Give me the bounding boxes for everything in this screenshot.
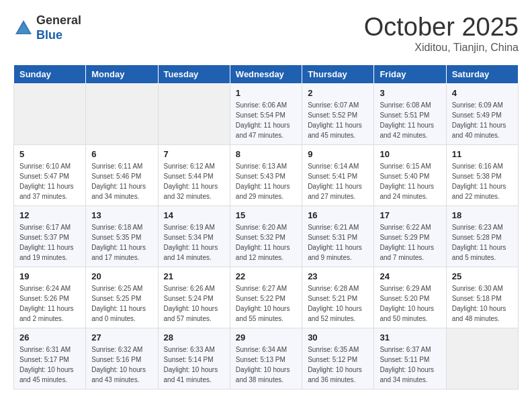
calendar-cell: 31Sunrise: 6:37 AM Sunset: 5:11 PM Dayli… [374, 328, 446, 389]
day-info: Sunrise: 6:07 AM Sunset: 5:52 PM Dayligh… [308, 100, 368, 140]
day-number: 5 [19, 149, 80, 159]
calendar-cell: 15Sunrise: 6:20 AM Sunset: 5:32 PM Dayli… [230, 205, 302, 267]
day-info: Sunrise: 6:29 AM Sunset: 5:20 PM Dayligh… [380, 283, 440, 324]
weekday-header-monday: Monday [86, 64, 158, 83]
logo: General Blue [13, 13, 81, 42]
day-number: 19 [19, 271, 80, 281]
day-info: Sunrise: 6:22 AM Sunset: 5:29 PM Dayligh… [380, 222, 440, 263]
day-info: Sunrise: 6:19 AM Sunset: 5:34 PM Dayligh… [164, 222, 224, 263]
title-block: October 2025 Xiditou, Tianjin, China [364, 13, 519, 54]
calendar-header: SundayMondayTuesdayWednesdayThursdayFrid… [14, 64, 519, 83]
day-number: 26 [19, 332, 80, 342]
day-info: Sunrise: 6:26 AM Sunset: 5:24 PM Dayligh… [164, 283, 224, 324]
day-number: 17 [380, 210, 440, 220]
calendar-body: 1Sunrise: 6:06 AM Sunset: 5:54 PM Daylig… [14, 83, 519, 389]
calendar-cell: 14Sunrise: 6:19 AM Sunset: 5:34 PM Dayli… [158, 205, 230, 267]
day-info: Sunrise: 6:33 AM Sunset: 5:14 PM Dayligh… [164, 345, 224, 385]
day-info: Sunrise: 6:31 AM Sunset: 5:17 PM Dayligh… [19, 345, 80, 385]
week-row-1: 1Sunrise: 6:06 AM Sunset: 5:54 PM Daylig… [14, 83, 519, 144]
day-number: 6 [91, 149, 152, 159]
weekday-row: SundayMondayTuesdayWednesdayThursdayFrid… [14, 64, 519, 83]
calendar-cell: 25Sunrise: 6:30 AM Sunset: 5:18 PM Dayli… [446, 267, 518, 328]
logo-blue: Blue [36, 28, 62, 42]
day-number: 3 [380, 88, 440, 98]
weekday-header-thursday: Thursday [302, 64, 374, 83]
weekday-header-friday: Friday [374, 64, 446, 83]
day-number: 13 [91, 210, 152, 220]
calendar-cell: 23Sunrise: 6:28 AM Sunset: 5:21 PM Dayli… [302, 267, 374, 328]
calendar-cell [86, 83, 158, 144]
day-info: Sunrise: 6:06 AM Sunset: 5:54 PM Dayligh… [236, 100, 296, 140]
weekday-header-saturday: Saturday [446, 64, 518, 83]
day-info: Sunrise: 6:32 AM Sunset: 5:16 PM Dayligh… [91, 345, 152, 385]
day-number: 11 [452, 149, 513, 159]
calendar-cell: 28Sunrise: 6:33 AM Sunset: 5:14 PM Dayli… [158, 328, 230, 389]
calendar-cell: 19Sunrise: 6:24 AM Sunset: 5:26 PM Dayli… [14, 267, 86, 328]
day-info: Sunrise: 6:09 AM Sunset: 5:49 PM Dayligh… [452, 100, 513, 140]
day-info: Sunrise: 6:34 AM Sunset: 5:13 PM Dayligh… [236, 345, 296, 385]
day-info: Sunrise: 6:17 AM Sunset: 5:37 PM Dayligh… [19, 222, 80, 263]
day-number: 8 [236, 149, 296, 159]
day-info: Sunrise: 6:13 AM Sunset: 5:43 PM Dayligh… [236, 161, 296, 201]
day-info: Sunrise: 6:20 AM Sunset: 5:32 PM Dayligh… [236, 222, 296, 263]
day-info: Sunrise: 6:24 AM Sunset: 5:26 PM Dayligh… [19, 283, 80, 324]
calendar-cell: 22Sunrise: 6:27 AM Sunset: 5:22 PM Dayli… [230, 267, 302, 328]
calendar-cell: 4Sunrise: 6:09 AM Sunset: 5:49 PM Daylig… [446, 83, 518, 144]
day-number: 22 [236, 271, 296, 281]
calendar-cell [446, 328, 518, 389]
day-number: 16 [308, 210, 368, 220]
calendar-cell: 20Sunrise: 6:25 AM Sunset: 5:25 PM Dayli… [86, 267, 158, 328]
day-info: Sunrise: 6:21 AM Sunset: 5:31 PM Dayligh… [308, 222, 368, 263]
day-number: 28 [164, 332, 224, 342]
calendar-cell: 30Sunrise: 6:35 AM Sunset: 5:12 PM Dayli… [302, 328, 374, 389]
day-number: 20 [91, 271, 152, 281]
calendar-cell: 8Sunrise: 6:13 AM Sunset: 5:43 PM Daylig… [230, 144, 302, 205]
day-info: Sunrise: 6:27 AM Sunset: 5:22 PM Dayligh… [236, 283, 296, 324]
calendar-table: SundayMondayTuesdayWednesdayThursdayFrid… [13, 64, 519, 390]
calendar-cell: 27Sunrise: 6:32 AM Sunset: 5:16 PM Dayli… [86, 328, 158, 389]
day-number: 1 [236, 88, 296, 98]
day-info: Sunrise: 6:12 AM Sunset: 5:44 PM Dayligh… [164, 161, 224, 201]
day-number: 2 [308, 88, 368, 98]
day-number: 12 [19, 210, 80, 220]
weekday-header-tuesday: Tuesday [158, 64, 230, 83]
day-info: Sunrise: 6:15 AM Sunset: 5:40 PM Dayligh… [380, 161, 440, 201]
day-number: 18 [452, 210, 513, 220]
day-info: Sunrise: 6:16 AM Sunset: 5:38 PM Dayligh… [452, 161, 513, 201]
day-number: 25 [452, 271, 513, 281]
day-info: Sunrise: 6:28 AM Sunset: 5:21 PM Dayligh… [308, 283, 368, 324]
calendar-cell: 16Sunrise: 6:21 AM Sunset: 5:31 PM Dayli… [302, 205, 374, 267]
day-info: Sunrise: 6:35 AM Sunset: 5:12 PM Dayligh… [308, 345, 368, 385]
logo-icon [13, 18, 34, 38]
calendar-cell: 6Sunrise: 6:11 AM Sunset: 5:46 PM Daylig… [86, 144, 158, 205]
day-info: Sunrise: 6:08 AM Sunset: 5:51 PM Dayligh… [380, 100, 440, 140]
day-number: 9 [308, 149, 368, 159]
day-info: Sunrise: 6:37 AM Sunset: 5:11 PM Dayligh… [380, 345, 440, 385]
logo-general: General [36, 13, 81, 27]
week-row-4: 19Sunrise: 6:24 AM Sunset: 5:26 PM Dayli… [14, 267, 519, 328]
week-row-5: 26Sunrise: 6:31 AM Sunset: 5:17 PM Dayli… [14, 328, 519, 389]
day-info: Sunrise: 6:11 AM Sunset: 5:46 PM Dayligh… [91, 161, 152, 201]
calendar-cell: 26Sunrise: 6:31 AM Sunset: 5:17 PM Dayli… [14, 328, 86, 389]
day-number: 21 [164, 271, 224, 281]
day-number: 27 [91, 332, 152, 342]
day-number: 30 [308, 332, 368, 342]
day-info: Sunrise: 6:18 AM Sunset: 5:35 PM Dayligh… [91, 222, 152, 263]
calendar-cell: 1Sunrise: 6:06 AM Sunset: 5:54 PM Daylig… [230, 83, 302, 144]
logo-text: General Blue [36, 13, 81, 42]
calendar-cell: 17Sunrise: 6:22 AM Sunset: 5:29 PM Dayli… [374, 205, 446, 267]
week-row-3: 12Sunrise: 6:17 AM Sunset: 5:37 PM Dayli… [14, 205, 519, 267]
day-number: 15 [236, 210, 296, 220]
day-number: 10 [380, 149, 440, 159]
calendar-cell: 9Sunrise: 6:14 AM Sunset: 5:41 PM Daylig… [302, 144, 374, 205]
day-number: 14 [164, 210, 224, 220]
calendar-cell: 13Sunrise: 6:18 AM Sunset: 5:35 PM Dayli… [86, 205, 158, 267]
day-info: Sunrise: 6:14 AM Sunset: 5:41 PM Dayligh… [308, 161, 368, 201]
day-number: 4 [452, 88, 513, 98]
day-info: Sunrise: 6:10 AM Sunset: 5:47 PM Dayligh… [19, 161, 80, 201]
calendar-cell: 21Sunrise: 6:26 AM Sunset: 5:24 PM Dayli… [158, 267, 230, 328]
calendar-cell: 5Sunrise: 6:10 AM Sunset: 5:47 PM Daylig… [14, 144, 86, 205]
calendar-cell: 24Sunrise: 6:29 AM Sunset: 5:20 PM Dayli… [374, 267, 446, 328]
calendar-cell: 3Sunrise: 6:08 AM Sunset: 5:51 PM Daylig… [374, 83, 446, 144]
week-row-2: 5Sunrise: 6:10 AM Sunset: 5:47 PM Daylig… [14, 144, 519, 205]
